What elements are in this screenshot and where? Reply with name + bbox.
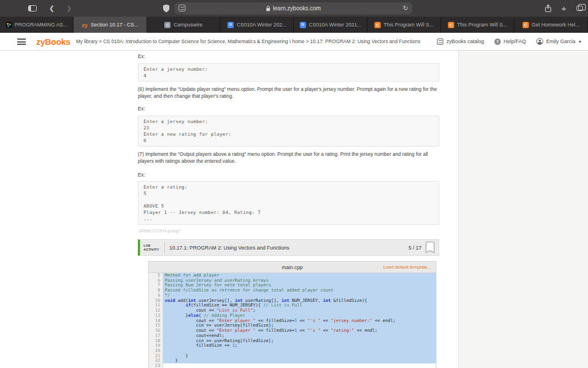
catalog-label: zyBooks catalog [446, 39, 484, 44]
line-number: 5 [149, 273, 163, 278]
zybooks-logo[interactable]: zyBooks [36, 37, 71, 47]
new-tab-button[interactable]: + [558, 0, 570, 17]
browser-tab-0[interactable]: PROGRAMMING AS... [0, 17, 74, 33]
user-avatar-icon [536, 38, 543, 45]
line-code: } [163, 354, 436, 359]
reader-page-icon[interactable] [179, 5, 185, 12]
browser-tab-3[interactable]: ≡CS010A Winter 202... [220, 17, 294, 33]
code-line[interactable]: 8Passed filledSize as refrence for chang… [149, 288, 436, 293]
code-editor-widget: main.cpp Load default template... 5Metho… [148, 261, 436, 368]
lab-activity-badge: LABACTIVITY [144, 244, 159, 251]
chegg-favicon: C [374, 22, 381, 28]
sidebar-icon [28, 5, 37, 12]
line-code: Passed filledSize as refrence for change… [163, 288, 436, 293]
instruction-paragraph-6: (6) Implement the "Update player rating"… [138, 86, 439, 99]
lock-icon [266, 6, 270, 12]
code-line[interactable]: 21 } [149, 354, 436, 359]
browser-tab-5[interactable]: CThis Program Will S... [368, 17, 441, 33]
browser-tab-2[interactable]: CCampuswire [147, 17, 220, 33]
browser-tab-7[interactable]: CGet Homework Hel... [514, 17, 588, 33]
example-output-1: Enter a jersey number: 4 [138, 63, 439, 82]
forward-button[interactable]: ❯ [63, 0, 75, 17]
user-name: Emily Garcia [546, 39, 575, 44]
help-label: Help/FAQ [504, 39, 526, 44]
il-favicon: ≡ [227, 22, 234, 28]
line-code: filledSize += 1; [163, 343, 436, 348]
chegg-favicon: C [523, 22, 529, 28]
code-line[interactable]: 19 filledSize += 1; [149, 343, 436, 348]
lab-progress-count: 5 / 17 [408, 245, 421, 251]
example-output-3: Enter a rating: 5 ABOVE 5 Player 1 -- Je… [138, 181, 439, 225]
catalog-icon [437, 39, 443, 45]
tab-overview-button[interactable] [573, 0, 586, 17]
tab-label: Section 10.17 - CS... [91, 22, 138, 28]
page: ❮ ❯ learn.zybooks.com ↻ + PROGRAMMING AS… [0, 0, 588, 368]
tab-label: PROGRAMMING AS... [15, 22, 68, 28]
zybooks-catalog-link[interactable]: zyBooks catalog [437, 39, 484, 45]
help-icon: ? [494, 39, 501, 45]
lab-activity-title: 10.17.1: PROGRAM 2: Using Vectors and Fu… [169, 245, 289, 251]
browser-toolbar: ❮ ❯ learn.zybooks.com ↻ + [0, 0, 588, 17]
page-margin-area [458, 51, 588, 368]
tab-label: Campuswire [173, 22, 202, 28]
sidebar-toggle-button[interactable] [26, 0, 38, 17]
chegg-favicon: C [448, 22, 454, 28]
instruction-paragraph-7: (7) Implement the "Output players above … [138, 151, 439, 164]
tab-label: Get Homework Hel... [532, 22, 580, 28]
back-button[interactable]: ❮ [46, 0, 57, 17]
content-watermark: 263990.1717974.qx3zqy7 [139, 229, 180, 233]
tab-overview-icon [577, 6, 583, 11]
il-favicon: ≡ [300, 22, 306, 28]
code-line[interactable]: 20 [149, 348, 436, 354]
browser-tab-1[interactable]: zySection 10.17 - CS... [74, 17, 147, 33]
help-faq-link[interactable]: ? Help/FAQ [494, 39, 526, 45]
example-output-2: Enter a jersey number: 23 Enter a new ra… [138, 116, 439, 147]
reload-icon[interactable]: ↻ [403, 2, 408, 14]
line-code: } [163, 358, 436, 363]
tab-label: This Program Will S... [457, 22, 507, 28]
cw-favicon: C [164, 22, 171, 28]
tab-label: This Program Will S... [384, 22, 434, 28]
line-number: 23 [149, 363, 163, 368]
line-number: 7 [149, 283, 163, 288]
divider [164, 242, 165, 253]
share-button[interactable] [542, 0, 554, 17]
user-menu[interactable]: Emily Garcia ▾ [536, 38, 581, 45]
chevron-down-icon: ▾ [579, 39, 581, 44]
address-bar[interactable]: learn.zybooks.com ↻ [175, 2, 412, 14]
code-editor-header: main.cpp Load default template... [149, 262, 436, 273]
code-editor[interactable]: 5Method for add player6Passing userJerse… [149, 273, 436, 368]
line-code [163, 348, 436, 354]
zy-favicon: zy [82, 22, 88, 28]
pixel-favicon [6, 22, 12, 28]
browser-tab-4[interactable]: ≡CS010A Winter 2021... [294, 17, 368, 33]
browser-tab-6[interactable]: CThis Program Will S... [441, 17, 514, 33]
tab-label: CS010A Winter 2021... [309, 22, 362, 28]
filename-label: main.cpp [282, 264, 303, 270]
example-label-1: Ex: [138, 53, 145, 59]
lab-activity-header: LABACTIVITY 10.17.1: PROGRAM 2: Using Ve… [138, 239, 439, 256]
line-code [163, 363, 436, 368]
tab-label: CS010A Winter 202... [237, 22, 287, 28]
breadcrumb[interactable]: My library > CS 010A: Introduction to Co… [76, 39, 420, 44]
tab-bar: PROGRAMMING AS...zySection 10.17 - CS...… [0, 17, 588, 33]
bookmark-icon[interactable] [425, 241, 435, 254]
url-text: learn.zybooks.com [273, 5, 320, 12]
privacy-shield-icon[interactable] [161, 0, 171, 17]
line-number: 6 [149, 278, 163, 283]
code-line[interactable]: 23 [149, 363, 436, 368]
example-label-3: Ex: [138, 172, 145, 178]
example-label-2: Ex: [138, 106, 145, 112]
line-number: 8 [149, 288, 163, 293]
code-line[interactable]: 22 } [149, 358, 436, 363]
hamburger-menu-icon[interactable] [17, 39, 26, 45]
zybooks-header: zyBooks My library > CS 010A: Introducti… [0, 33, 588, 51]
load-default-template-link[interactable]: Load default template... [383, 264, 431, 270]
